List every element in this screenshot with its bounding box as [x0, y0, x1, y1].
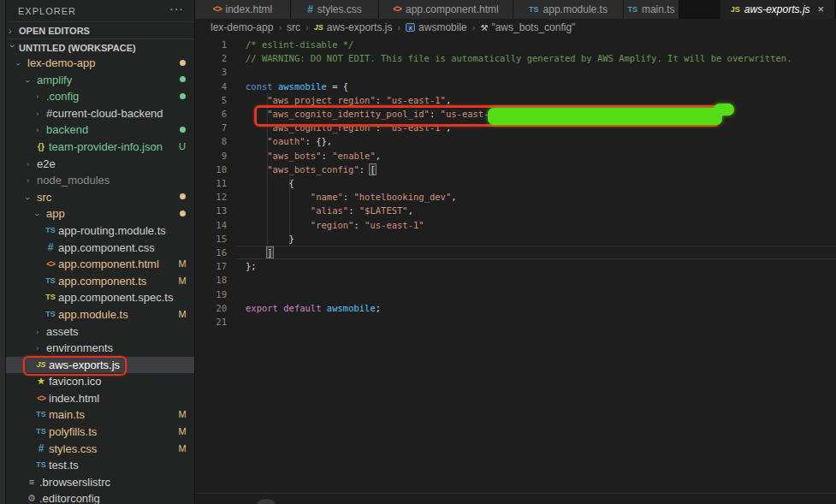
code-token: }: [246, 234, 294, 244]
code-line-17: 17};: [195, 259, 836, 273]
tab-index-html[interactable]: <>index.html: [195, 0, 291, 19]
tree-item-src[interactable]: ›src: [6, 189, 194, 206]
tab-app-module-ts[interactable]: TSapp.module.ts: [513, 0, 624, 19]
star-file-icon: ★: [34, 373, 48, 390]
tree-item-app-component-html[interactable]: <>app.component.htmlM: [6, 256, 194, 273]
gear-file-icon: ⚙: [25, 490, 39, 504]
code-line-9: 9 "aws_bots": "enable",: [195, 149, 836, 163]
html-file-icon: <>: [213, 0, 222, 19]
code-line-14: 14 "region": "us-east-1": [195, 218, 836, 232]
tree-item-polyfills-ts[interactable]: TSpolyfills.tsM: [6, 424, 194, 441]
chevron-right-icon: ›: [27, 172, 35, 189]
chevron-glyph: ›: [29, 213, 46, 216]
tree-item-label: app.component.spec.ts: [58, 289, 173, 306]
tree-item-node-modules[interactable]: ›node_modules: [6, 172, 194, 189]
tree-item-amplify[interactable]: ›amplify: [6, 72, 194, 89]
tree-item-label: node_modules: [37, 172, 110, 189]
tree-item-label: app.component.ts: [58, 273, 146, 290]
chevron-glyph: ›: [27, 173, 29, 188]
breadcrumb-label: src: [287, 21, 300, 33]
tree-item-app[interactable]: ›app: [6, 205, 194, 222]
explorer-more-actions-icon[interactable]: ···: [169, 2, 184, 15]
css-file-icon: #: [44, 240, 57, 257]
breadcrumb-separator: ›: [472, 22, 476, 33]
code-token: "enable": [332, 151, 376, 161]
tree-item-index-html[interactable]: <>index.html: [6, 390, 194, 407]
code-token: "name": [311, 192, 343, 202]
code-line-text: "oauth": {},: [227, 136, 332, 146]
code-token: "region": [311, 220, 354, 230]
line-number: 10: [195, 163, 227, 176]
chevron-glyph: ›: [27, 157, 29, 172]
git-status-badge: M: [175, 441, 189, 458]
tab-aws-exports-js[interactable]: JSaws-exports.js×: [720, 0, 835, 19]
ts-file-icon: TS: [44, 306, 57, 323]
code-line-text: [227, 289, 246, 299]
git-status-dot: [175, 122, 189, 139]
code-token: ;: [376, 303, 381, 313]
tree-item--current-cloud-backend[interactable]: ›#current-cloud-backend: [6, 105, 194, 122]
tree-item-app-routing-module-ts[interactable]: TSapp-routing.module.ts: [6, 222, 194, 240]
workspace-section[interactable]: › UNTITLED (WORKSPACE): [6, 39, 194, 56]
file-tree: ›lex-demo-app›amplify›.config›#current-c…: [6, 55, 194, 504]
breadcrumb-item-5[interactable]: ⚒"aws_bots_config": [480, 21, 575, 33]
tree-item-assets[interactable]: ›assets: [6, 323, 194, 341]
tree-item-label: e2e: [37, 156, 56, 173]
breadcrumb-item-3[interactable]: JSaws-exports.js: [314, 21, 393, 33]
code-token: :: [376, 95, 387, 105]
code-token: [: [370, 164, 375, 175]
tab-styles-css[interactable]: #styles.css: [291, 0, 379, 19]
tree-item-app-module-ts[interactable]: TSapp.module.tsM: [6, 306, 194, 323]
tree-item-label: favicon.ico: [49, 373, 101, 390]
tree-item-styles-css[interactable]: #styles.cssM: [6, 441, 194, 458]
tree-item-favicon-ico[interactable]: ★favicon.ico: [6, 373, 194, 390]
breadcrumb-item-1[interactable]: lex-demo-app: [210, 21, 273, 33]
chevron-right-icon: ›: [36, 88, 44, 105]
ts-file-icon: TS: [529, 0, 539, 19]
chevron-glyph: ›: [20, 197, 37, 199]
line-number: 14: [195, 218, 227, 232]
tree-item--config[interactable]: ›.config: [6, 88, 194, 105]
tree-item--editorconfig[interactable]: ⚙.editorconfig: [6, 490, 194, 504]
code-line-text: };: [227, 261, 257, 271]
tree-item-app-component-spec-ts[interactable]: TSapp.component.spec.ts: [6, 289, 194, 306]
open-editors-section[interactable]: › OPEN EDITORS: [6, 21, 194, 39]
code-line-text: "aws_cognito_region": "us-east-1",: [227, 122, 451, 133]
code-editor[interactable]: 1/* eslint-disable */2// WARNING: DO NOT…: [195, 36, 836, 493]
tree-item-test-ts[interactable]: TStest.ts: [6, 457, 194, 474]
tree-item-e2e[interactable]: ›e2e: [6, 156, 194, 173]
code-token: "aws_cognito_region": [267, 122, 375, 133]
code-token: = {: [327, 81, 348, 92]
line-number: 9: [195, 149, 227, 163]
dot-icon: [180, 93, 186, 99]
tree-item-label: app-routing.module.ts: [58, 222, 166, 240]
code-line-2: 2// WARNING: DO NOT EDIT. This file is a…: [195, 51, 836, 65]
tree-item-environments[interactable]: ›environments: [6, 340, 194, 357]
tree-item-backend[interactable]: ›backend: [6, 122, 194, 139]
code-line-text: }: [227, 234, 294, 244]
open-editors-label: OPEN EDITORS: [19, 22, 90, 39]
editor-bottom-strip: [195, 493, 836, 504]
list-file-icon: ≡: [25, 474, 39, 491]
chevron-glyph: ›: [36, 89, 39, 104]
tree-item-team-provider-info-json[interactable]: {}team-provider-info.jsonU: [6, 139, 194, 156]
breadcrumb-item-4[interactable]: xawsmobile: [406, 21, 467, 33]
tree-item-label: app.module.ts: [58, 306, 128, 323]
ts-file-icon: TS: [34, 424, 48, 441]
tab-main-ts[interactable]: TSmain.ts: [624, 0, 679, 19]
tab-app-component-html[interactable]: <>app.component.html: [379, 0, 513, 19]
breadcrumb-item-2[interactable]: src: [287, 21, 300, 33]
tree-item-aws-exports-js[interactable]: JSaws-exports.js: [6, 357, 194, 374]
code-token: awsmobile: [327, 303, 376, 313]
code-token: ,: [376, 151, 381, 161]
html-file-icon: <>: [44, 256, 57, 273]
tree-item-main-ts[interactable]: TSmain.tsM: [6, 406, 194, 424]
close-icon[interactable]: ×: [818, 0, 825, 19]
tree-item-app-component-css[interactable]: #app.component.css: [6, 240, 194, 257]
ts-file-icon: TS: [34, 406, 48, 424]
tree-item--browserslistrc[interactable]: ≡.browserslistrc: [6, 474, 194, 491]
breadcrumb-separator: ›: [278, 22, 282, 33]
chevron-right-icon: ›: [36, 122, 44, 139]
tree-item-lex-demo-app[interactable]: ›lex-demo-app: [6, 55, 194, 72]
tree-item-app-component-ts[interactable]: TSapp.component.tsM: [6, 273, 194, 290]
